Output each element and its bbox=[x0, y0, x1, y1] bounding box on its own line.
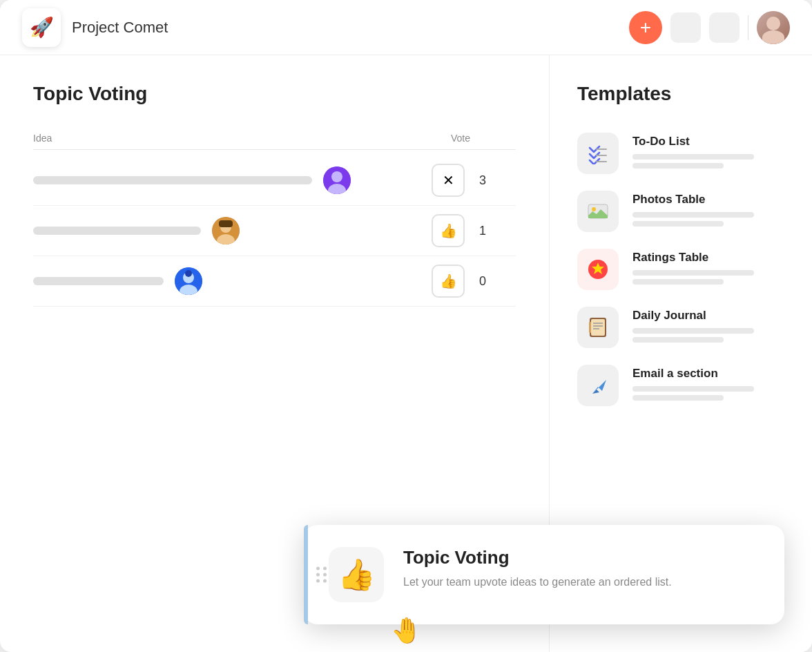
template-name-journal: Daily Journal bbox=[632, 309, 784, 323]
topic-voting-title: Topic Voting bbox=[33, 83, 516, 105]
vote-count-3: 0 bbox=[476, 274, 490, 289]
col-idea-header: Idea bbox=[33, 133, 405, 144]
template-item-photos[interactable]: Photos Table bbox=[577, 182, 784, 240]
template-bar-1 bbox=[632, 154, 754, 160]
app-container: 🚀 Project Comet + Topic Voting Idea Vote bbox=[0, 0, 812, 652]
preview-icon: 👍 bbox=[338, 557, 376, 593]
templates-title: Templates bbox=[577, 83, 784, 105]
template-text-journal: Daily Journal bbox=[632, 309, 784, 346]
vote-btn-2[interactable]: 👍 bbox=[432, 214, 465, 247]
template-icon-journal bbox=[577, 307, 619, 348]
idea-bar-container bbox=[33, 166, 405, 194]
preview-icon-box: 👍 bbox=[329, 547, 384, 602]
template-icon-photos bbox=[577, 191, 619, 232]
user-avatar[interactable] bbox=[757, 11, 790, 44]
template-bar-10 bbox=[632, 395, 724, 401]
idea-bar-container-2 bbox=[33, 217, 405, 245]
template-bar-8 bbox=[632, 337, 724, 343]
table-header: Idea Vote bbox=[33, 127, 516, 150]
template-item-journal[interactable]: Daily Journal bbox=[577, 298, 784, 356]
svg-point-10 bbox=[185, 270, 192, 277]
template-bar-4 bbox=[632, 221, 724, 227]
template-bar-2 bbox=[632, 163, 724, 169]
template-name-todo: To-Do List bbox=[632, 135, 784, 148]
template-bar-9 bbox=[632, 386, 754, 392]
preview-accent bbox=[304, 525, 308, 624]
vote-area-1: ✕ 3 bbox=[405, 164, 516, 197]
app-title: Project Comet bbox=[72, 19, 629, 37]
drag-handle bbox=[316, 567, 327, 583]
header: 🚀 Project Comet + bbox=[0, 0, 812, 55]
template-bar-3 bbox=[632, 212, 754, 218]
table-row: 👍 0 bbox=[33, 256, 516, 307]
template-text-ratings: Ratings Table bbox=[632, 251, 784, 288]
voting-table: Idea Vote bbox=[33, 127, 516, 307]
header-btn-1[interactable] bbox=[670, 12, 701, 43]
vote-btn-3[interactable]: 👍 bbox=[432, 265, 465, 298]
table-row: ✕ 3 bbox=[33, 155, 516, 206]
template-item-email[interactable]: Email a section bbox=[577, 356, 784, 414]
logo-container: 🚀 bbox=[22, 8, 61, 47]
add-button[interactable]: + bbox=[629, 11, 662, 44]
vote-area-3: 👍 0 bbox=[405, 265, 516, 298]
vote-area-2: 👍 1 bbox=[405, 214, 516, 247]
logo-icon: 🚀 bbox=[30, 16, 54, 39]
idea-bar-container-3 bbox=[33, 267, 405, 295]
hand-cursor: 🤚 bbox=[391, 616, 422, 645]
template-item-todo[interactable]: To-Do List bbox=[577, 124, 784, 182]
template-icon-email bbox=[577, 365, 619, 406]
header-btn-2[interactable] bbox=[709, 12, 740, 43]
preview-description: Let your team upvote ideas to generate a… bbox=[403, 574, 760, 591]
template-bar-6 bbox=[632, 279, 724, 285]
template-text-email: Email a section bbox=[632, 367, 784, 404]
idea-bar bbox=[33, 176, 312, 184]
svg-rect-6 bbox=[219, 220, 233, 227]
preview-popup: 👍 Topic Voting Let your team upvote idea… bbox=[304, 525, 784, 624]
svg-point-16 bbox=[592, 207, 596, 211]
template-bar-7 bbox=[632, 328, 754, 334]
row-avatar-1 bbox=[323, 166, 351, 194]
template-name-email: Email a section bbox=[632, 367, 784, 381]
header-actions: + bbox=[629, 11, 790, 44]
svg-rect-21 bbox=[591, 319, 605, 336]
template-item-ratings[interactable]: Ratings Table bbox=[577, 240, 784, 298]
template-name-ratings: Ratings Table bbox=[632, 251, 784, 265]
vote-btn-1[interactable]: ✕ bbox=[432, 164, 465, 197]
svg-rect-17 bbox=[588, 215, 608, 218]
template-icon-todo bbox=[577, 133, 619, 174]
header-divider bbox=[748, 15, 748, 40]
vote-count-2: 1 bbox=[476, 224, 490, 238]
template-name-photos: Photos Table bbox=[632, 193, 784, 207]
idea-bar-3 bbox=[33, 277, 164, 285]
preview-content: Topic Voting Let your team upvote ideas … bbox=[403, 547, 760, 591]
idea-bar-2 bbox=[33, 227, 201, 235]
svg-point-1 bbox=[331, 171, 342, 182]
preview-title: Topic Voting bbox=[403, 547, 760, 568]
svg-rect-25 bbox=[589, 322, 591, 333]
row-avatar-3 bbox=[175, 267, 202, 295]
col-vote-header: Vote bbox=[405, 133, 516, 144]
vote-count-1: 3 bbox=[476, 173, 490, 188]
template-text-photos: Photos Table bbox=[632, 193, 784, 230]
table-row: 👍 1 bbox=[33, 206, 516, 256]
template-bar-5 bbox=[632, 270, 754, 276]
row-avatar-2 bbox=[212, 217, 240, 245]
template-text-todo: To-Do List bbox=[632, 135, 784, 172]
template-icon-ratings bbox=[577, 249, 619, 290]
